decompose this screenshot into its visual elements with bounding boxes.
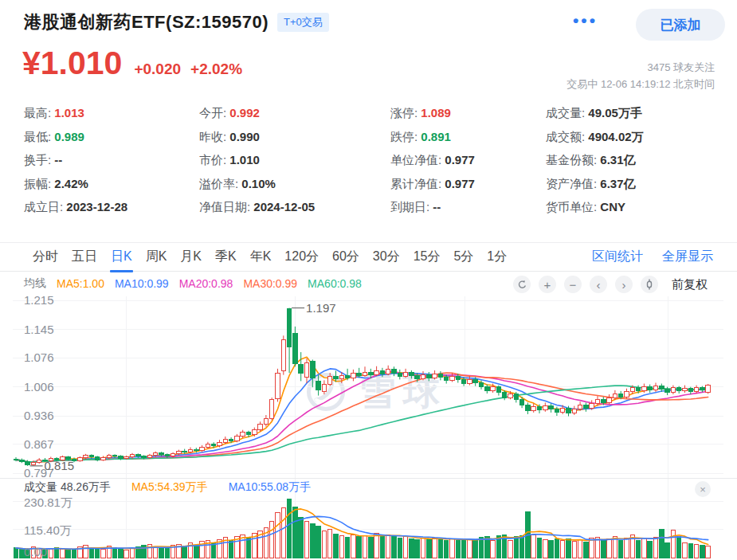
volume-close-icon[interactable]: × xyxy=(695,481,711,497)
volume-ma10-label: MA10:55.08万手 xyxy=(229,480,312,495)
volume-axis-tick: 0.00 xyxy=(24,545,47,558)
price-axis-tick: 1.145 xyxy=(24,323,54,336)
price-axis-tick: 1.076 xyxy=(24,350,54,364)
volume-label: 成交量 48.26万手 xyxy=(24,480,111,495)
volume-axis-tick: 115.40万 xyxy=(24,523,72,538)
candlestick-chart[interactable] xyxy=(0,0,737,560)
volume-header: 成交量 48.26万手 MA5:54.39万手 MA10:55.08万手 xyxy=(24,480,311,495)
price-axis-tick: 0.867 xyxy=(24,437,54,451)
price-axis-tick: 0.936 xyxy=(24,409,54,422)
stock-quote-page: 港股通创新药ETF(SZ:159570) T+0交易 ••• 已添加 ¥1.01… xyxy=(0,0,737,560)
price-axis-tick: 1.215 xyxy=(24,293,54,307)
volume-ma5-label: MA5:54.39万手 xyxy=(131,480,208,495)
price-annotation: 0.815 xyxy=(45,459,75,472)
price-axis-tick: 1.006 xyxy=(24,380,54,394)
volume-axis-tick: 230.81万 xyxy=(24,495,73,511)
price-annotation: 1.197 xyxy=(306,301,336,315)
